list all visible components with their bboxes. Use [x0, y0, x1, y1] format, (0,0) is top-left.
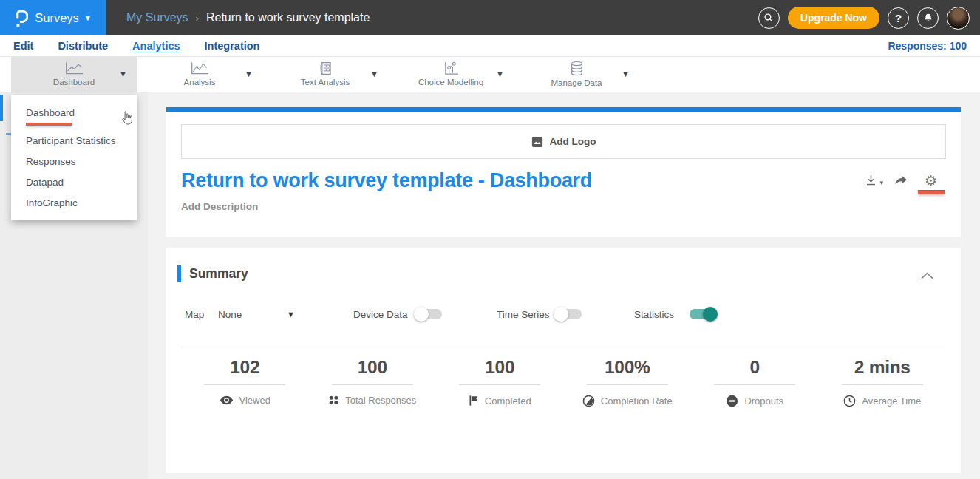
- breadcrumb: My Surveys › Return to work survey templ…: [126, 11, 370, 24]
- breadcrumb-separator: ›: [196, 13, 199, 24]
- menu-item-responses[interactable]: Responses: [11, 149, 137, 170]
- hand-cursor-icon: [119, 110, 135, 126]
- download-button[interactable]: ▾: [865, 174, 877, 187]
- tab-analytics[interactable]: Analytics: [132, 40, 180, 52]
- time-series-toggle[interactable]: [555, 309, 582, 319]
- stat-average-time: 2 mins Average Time: [819, 357, 947, 410]
- survey-nav: Edit Distribute Analytics Integration Re…: [0, 35, 980, 57]
- notifications-button[interactable]: [917, 7, 939, 29]
- stat-value: 2 mins: [819, 357, 947, 378]
- line-chart-icon: [64, 61, 84, 76]
- menu-item-participant-statistics[interactable]: Participant Statistics: [11, 129, 137, 149]
- collapse-button[interactable]: [921, 272, 933, 279]
- statistics-toggle[interactable]: [690, 309, 716, 319]
- settings-button[interactable]: ⚙: [925, 174, 937, 188]
- database-icon: [570, 61, 584, 77]
- flag-icon: [469, 395, 479, 407]
- stat-label-text: Completion Rate: [601, 395, 673, 407]
- statistics-row: 102 Viewed 100: [181, 357, 946, 410]
- toolbar-label: Analysis: [184, 78, 216, 86]
- toolbar-item-text-analysis[interactable]: Text Analysis ▼: [262, 57, 388, 92]
- active-item-underline: [26, 123, 72, 126]
- stat-viewed: 102 Viewed: [181, 357, 309, 410]
- stat-total-responses: 100 Total Responses: [309, 357, 437, 410]
- stat-value: 102: [181, 357, 309, 378]
- stat-value: 100%: [564, 357, 692, 378]
- stat-value: 100: [436, 357, 564, 378]
- add-description[interactable]: Add Description: [181, 201, 258, 212]
- tab-distribute[interactable]: Distribute: [58, 40, 108, 52]
- responses-count[interactable]: Responses: 100: [888, 40, 967, 52]
- gear-icon: ⚙: [925, 172, 937, 188]
- dashboard-dropdown-menu: Dashboard Participant Statistics Respons…: [11, 95, 137, 220]
- share-icon: [894, 174, 908, 186]
- add-logo-label: Add Logo: [550, 136, 596, 147]
- scatter-chart-icon: [443, 61, 460, 76]
- gear-red-underline: [918, 190, 945, 194]
- menu-item-infographic[interactable]: InfoGraphic: [11, 191, 137, 211]
- tab-integration[interactable]: Integration: [205, 40, 260, 52]
- upgrade-now-button[interactable]: Upgrade Now: [788, 7, 879, 29]
- toolbar-label: Choice Modelling: [418, 78, 483, 86]
- chevron-down-icon[interactable]: ▼: [119, 69, 127, 78]
- image-icon: [531, 136, 543, 148]
- chevron-down-icon: ▾: [879, 179, 883, 186]
- help-icon: ?: [895, 12, 902, 24]
- toolbar-item-dashboard[interactable]: Dashboard ▼: [11, 57, 137, 92]
- line-chart-icon: [190, 61, 210, 76]
- stat-label-text: Average Time: [862, 395, 921, 407]
- summary-accent-bar: [177, 265, 181, 282]
- tab-edit[interactable]: Edit: [13, 40, 33, 52]
- map-select-value: None: [218, 309, 242, 320]
- dots-icon: [328, 395, 339, 406]
- help-button[interactable]: ?: [888, 7, 909, 29]
- stat-label-text: Viewed: [239, 395, 270, 406]
- menu-item-dashboard[interactable]: Dashboard: [11, 101, 137, 121]
- chevron-down-icon[interactable]: ▼: [370, 69, 378, 78]
- stat-completed: 100 Completed: [436, 357, 564, 410]
- bell-icon: [923, 13, 933, 23]
- map-select[interactable]: None: [218, 305, 242, 323]
- stat-value: 100: [309, 357, 437, 378]
- device-data-toggle[interactable]: [415, 309, 442, 319]
- breadcrumb-current: Return to work survey template: [206, 11, 370, 24]
- document-grid-icon: [318, 61, 333, 76]
- avatar[interactable]: [947, 7, 970, 30]
- stat-value: 0: [691, 357, 819, 378]
- analytics-toolbar: Dashboard ▼ Analysis ▼: [0, 57, 980, 92]
- product-switcher[interactable]: Surveys ▼: [0, 0, 106, 35]
- chevron-down-icon[interactable]: ▼: [496, 69, 504, 78]
- share-button[interactable]: [894, 174, 908, 186]
- chevron-down-icon[interactable]: ▼: [287, 310, 295, 319]
- toolbar-label: Text Analysis: [301, 78, 350, 86]
- chevron-down-icon: ▼: [84, 14, 92, 22]
- questionpro-logo-icon: [14, 9, 28, 27]
- chevron-down-icon[interactable]: ▼: [622, 69, 630, 78]
- eye-icon: [220, 395, 234, 405]
- add-logo-box[interactable]: Add Logo: [181, 124, 946, 159]
- time-series-label: Time Series: [497, 309, 550, 320]
- toolbar-item-analysis[interactable]: Analysis ▼: [137, 57, 262, 92]
- search-icon: [763, 13, 774, 23]
- half-circle-icon: [582, 395, 595, 407]
- search-button[interactable]: [758, 7, 780, 29]
- menu-item-datapad[interactable]: Datapad: [11, 170, 137, 191]
- device-data-label: Device Data: [353, 309, 408, 320]
- sidebar-active-indicator: [0, 95, 3, 121]
- stat-label-text: Total Responses: [345, 395, 416, 406]
- summary-title: Summary: [189, 266, 248, 282]
- breadcrumb-my-surveys[interactable]: My Surveys: [126, 11, 188, 24]
- card-accent-bar: [166, 107, 961, 112]
- map-label: Map: [185, 309, 204, 320]
- chevron-up-icon: [921, 272, 933, 279]
- download-icon: [865, 174, 877, 187]
- summary-card: Summary Map None ▼ Device Data Time Seri…: [166, 248, 961, 473]
- toolbar-item-manage-data[interactable]: Manage Data ▼: [514, 57, 639, 92]
- page-title[interactable]: Return to work survey template - Dashboa…: [181, 169, 592, 192]
- clock-icon: [843, 395, 856, 407]
- app-header: Surveys ▼ My Surveys › Return to work su…: [0, 0, 980, 35]
- stat-label-text: Dropouts: [744, 395, 783, 407]
- toolbar-item-choice-modelling[interactable]: Choice Modelling ▼: [388, 57, 514, 92]
- survey-header-card: Add Logo Return to work survey template …: [166, 107, 961, 237]
- chevron-down-icon[interactable]: ▼: [245, 69, 253, 78]
